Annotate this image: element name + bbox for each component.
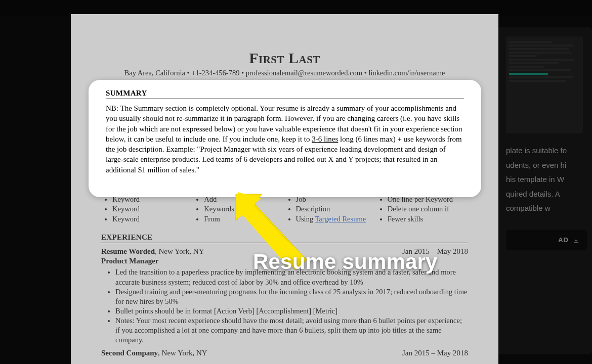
list-item: Delete one column if [388,204,468,214]
list-item: Keyword [112,204,193,214]
list-item: Fewer skills [388,214,468,224]
summary-body-spot: NB: The Summary section is completely op… [106,103,464,175]
list-item: Description [296,204,376,214]
resume-contact-line: Bay Area, California • +1-234-456-789 • … [101,69,468,77]
section-heading-experience: EXPERIENCE [101,233,468,243]
list-item: Keywords [204,204,284,214]
list-item: Bullet points should be in format [Actio… [115,306,468,316]
job-company-line: Resume Worded, New York, NY [101,247,204,256]
stage: plate is suitable fo udents, or even hi … [0,0,592,364]
resume-name: First Last [101,50,468,67]
list-item: Using Targeted Resume [296,214,376,224]
job-2: Second Company, New York, NY Jan 2015 – … [101,349,468,357]
skills-col-3: Job Description Using Targeted Resume [285,195,376,224]
job-bullets: Led the transition to a paperless practi… [101,267,468,345]
section-heading-summary-spot: SUMMARY [106,89,464,99]
targeted-resume-link[interactable]: Targeted Resume [315,215,366,223]
job-company-line: Second Company, New York, NY [101,349,207,357]
job-dates: Jan 2015 – May 2018 [402,349,468,357]
list-item: Notes: Your most recent experience shoul… [115,316,468,345]
list-item: From [204,214,284,224]
skills-col-4: One line per Keyword Delete one column i… [376,195,468,224]
callout-label: Resume summary [253,250,438,274]
skills-grid: Keyword Keyword Keyword Add Keywords Fro… [101,195,468,224]
list-item: Keyword [112,214,193,224]
list-item: Designed training and peer-mentoring pro… [115,287,468,306]
skills-col-2: Add Keywords From [193,195,284,224]
skills-col-1: Keyword Keyword Keyword [101,195,193,224]
summary-spotlight: SUMMARY NB: The Summary section is compl… [89,80,481,197]
